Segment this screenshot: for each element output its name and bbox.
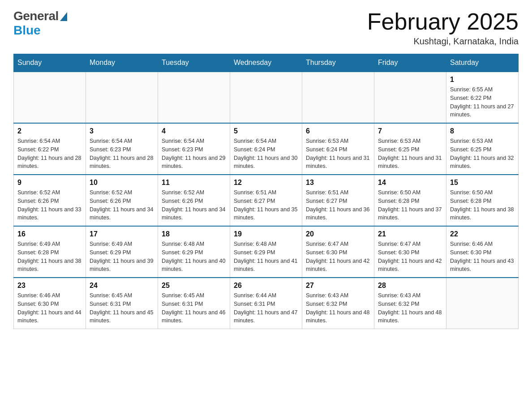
day-number: 10 <box>90 179 154 187</box>
day-info: Sunrise: 6:54 AMSunset: 6:24 PMDaylight:… <box>234 137 298 171</box>
day-info: Sunrise: 6:47 AMSunset: 6:30 PMDaylight:… <box>306 240 370 274</box>
day-number: 20 <box>306 230 370 238</box>
day-info: Sunrise: 6:46 AMSunset: 6:30 PMDaylight:… <box>450 240 515 274</box>
day-number: 22 <box>450 230 515 238</box>
calendar-cell: 1Sunrise: 6:55 AMSunset: 6:22 PMDaylight… <box>446 72 519 123</box>
day-info: Sunrise: 6:55 AMSunset: 6:22 PMDaylight:… <box>450 86 515 119</box>
day-number: 2 <box>17 127 82 135</box>
day-number: 18 <box>162 230 226 238</box>
day-number: 25 <box>162 282 226 290</box>
day-number: 27 <box>306 282 370 290</box>
day-number: 8 <box>450 127 515 135</box>
day-info: Sunrise: 6:52 AMSunset: 6:26 PMDaylight:… <box>17 188 82 222</box>
day-info: Sunrise: 6:50 AMSunset: 6:28 PMDaylight:… <box>450 188 515 222</box>
day-info: Sunrise: 6:53 AMSunset: 6:24 PMDaylight:… <box>306 137 370 171</box>
day-number: 28 <box>378 282 442 290</box>
calendar-cell: 20Sunrise: 6:47 AMSunset: 6:30 PMDayligh… <box>302 226 374 278</box>
day-info: Sunrise: 6:48 AMSunset: 6:29 PMDaylight:… <box>162 240 226 274</box>
calendar-subtitle: Kushtagi, Karnataka, India <box>367 36 519 47</box>
weekday-header-thursday: Thursday <box>302 54 374 72</box>
calendar-week-2: 2Sunrise: 6:54 AMSunset: 6:22 PMDaylight… <box>14 123 519 175</box>
day-number: 12 <box>234 179 298 187</box>
calendar-cell: 23Sunrise: 6:46 AMSunset: 6:30 PMDayligh… <box>14 278 86 329</box>
calendar-cell: 10Sunrise: 6:52 AMSunset: 6:26 PMDayligh… <box>86 175 158 226</box>
calendar-cell: 27Sunrise: 6:43 AMSunset: 6:32 PMDayligh… <box>302 278 374 329</box>
day-info: Sunrise: 6:52 AMSunset: 6:26 PMDaylight:… <box>162 188 226 222</box>
calendar-cell: 4Sunrise: 6:54 AMSunset: 6:23 PMDaylight… <box>158 123 230 175</box>
logo-arrow-icon <box>60 12 67 21</box>
calendar-cell: 14Sunrise: 6:50 AMSunset: 6:28 PMDayligh… <box>374 175 446 226</box>
calendar-week-1: 1Sunrise: 6:55 AMSunset: 6:22 PMDaylight… <box>14 72 519 123</box>
day-info: Sunrise: 6:48 AMSunset: 6:29 PMDaylight:… <box>234 240 298 274</box>
day-number: 16 <box>17 230 82 238</box>
day-info: Sunrise: 6:53 AMSunset: 6:25 PMDaylight:… <box>450 137 515 171</box>
day-info: Sunrise: 6:49 AMSunset: 6:29 PMDaylight:… <box>90 240 154 274</box>
weekday-header-wednesday: Wednesday <box>230 54 302 72</box>
weekday-header-friday: Friday <box>374 54 446 72</box>
calendar-cell: 11Sunrise: 6:52 AMSunset: 6:26 PMDayligh… <box>158 175 230 226</box>
weekday-header-sunday: Sunday <box>14 54 86 72</box>
day-info: Sunrise: 6:47 AMSunset: 6:30 PMDaylight:… <box>378 240 442 274</box>
logo: General Blue <box>13 9 67 38</box>
day-number: 7 <box>378 127 442 135</box>
calendar-cell: 7Sunrise: 6:53 AMSunset: 6:25 PMDaylight… <box>374 123 446 175</box>
day-info: Sunrise: 6:49 AMSunset: 6:28 PMDaylight:… <box>17 240 82 274</box>
calendar-cell <box>374 72 446 123</box>
day-info: Sunrise: 6:45 AMSunset: 6:31 PMDaylight:… <box>90 291 154 325</box>
calendar-cell: 9Sunrise: 6:52 AMSunset: 6:26 PMDaylight… <box>14 175 86 226</box>
calendar-cell: 6Sunrise: 6:53 AMSunset: 6:24 PMDaylight… <box>302 123 374 175</box>
weekday-header-tuesday: Tuesday <box>158 54 230 72</box>
day-number: 14 <box>378 179 442 187</box>
calendar-cell: 17Sunrise: 6:49 AMSunset: 6:29 PMDayligh… <box>86 226 158 278</box>
day-info: Sunrise: 6:50 AMSunset: 6:28 PMDaylight:… <box>378 188 442 222</box>
calendar-cell: 15Sunrise: 6:50 AMSunset: 6:28 PMDayligh… <box>446 175 519 226</box>
day-number: 11 <box>162 179 226 187</box>
day-info: Sunrise: 6:53 AMSunset: 6:25 PMDaylight:… <box>378 137 442 171</box>
day-number: 26 <box>234 282 298 290</box>
calendar-cell: 19Sunrise: 6:48 AMSunset: 6:29 PMDayligh… <box>230 226 302 278</box>
calendar-cell: 5Sunrise: 6:54 AMSunset: 6:24 PMDaylight… <box>230 123 302 175</box>
day-number: 1 <box>450 76 515 84</box>
weekday-header-saturday: Saturday <box>446 54 519 72</box>
day-info: Sunrise: 6:54 AMSunset: 6:22 PMDaylight:… <box>17 137 82 171</box>
day-number: 5 <box>234 127 298 135</box>
title-section: February 2025 Kushtagi, Karnataka, India <box>367 9 519 47</box>
day-number: 21 <box>378 230 442 238</box>
calendar-cell: 24Sunrise: 6:45 AMSunset: 6:31 PMDayligh… <box>86 278 158 329</box>
calendar-week-5: 23Sunrise: 6:46 AMSunset: 6:30 PMDayligh… <box>14 278 519 329</box>
calendar-cell <box>86 72 158 123</box>
day-info: Sunrise: 6:44 AMSunset: 6:31 PMDaylight:… <box>234 291 298 325</box>
day-info: Sunrise: 6:54 AMSunset: 6:23 PMDaylight:… <box>90 137 154 171</box>
logo-general-text: General <box>13 9 59 23</box>
day-number: 15 <box>450 179 515 187</box>
day-info: Sunrise: 6:43 AMSunset: 6:32 PMDaylight:… <box>378 291 442 325</box>
day-info: Sunrise: 6:43 AMSunset: 6:32 PMDaylight:… <box>306 291 370 325</box>
calendar-cell: 25Sunrise: 6:45 AMSunset: 6:31 PMDayligh… <box>158 278 230 329</box>
calendar-cell <box>446 278 519 329</box>
logo-blue-text: Blue <box>13 23 41 37</box>
calendar-cell: 21Sunrise: 6:47 AMSunset: 6:30 PMDayligh… <box>374 226 446 278</box>
calendar-cell: 3Sunrise: 6:54 AMSunset: 6:23 PMDaylight… <box>86 123 158 175</box>
day-number: 24 <box>90 282 154 290</box>
calendar-cell: 28Sunrise: 6:43 AMSunset: 6:32 PMDayligh… <box>374 278 446 329</box>
calendar-cell: 2Sunrise: 6:54 AMSunset: 6:22 PMDaylight… <box>14 123 86 175</box>
day-number: 17 <box>90 230 154 238</box>
calendar-header-row: SundayMondayTuesdayWednesdayThursdayFrid… <box>14 54 519 72</box>
calendar-cell: 16Sunrise: 6:49 AMSunset: 6:28 PMDayligh… <box>14 226 86 278</box>
calendar-cell <box>302 72 374 123</box>
page-header: General Blue February 2025 Kushtagi, Kar… <box>13 9 519 47</box>
day-info: Sunrise: 6:52 AMSunset: 6:26 PMDaylight:… <box>90 188 154 222</box>
day-number: 13 <box>306 179 370 187</box>
calendar-cell <box>14 72 86 123</box>
calendar-cell: 12Sunrise: 6:51 AMSunset: 6:27 PMDayligh… <box>230 175 302 226</box>
day-info: Sunrise: 6:45 AMSunset: 6:31 PMDaylight:… <box>162 291 226 325</box>
calendar-cell <box>158 72 230 123</box>
day-number: 6 <box>306 127 370 135</box>
calendar-cell: 22Sunrise: 6:46 AMSunset: 6:30 PMDayligh… <box>446 226 519 278</box>
day-number: 4 <box>162 127 226 135</box>
calendar-cell: 13Sunrise: 6:51 AMSunset: 6:27 PMDayligh… <box>302 175 374 226</box>
calendar-cell: 8Sunrise: 6:53 AMSunset: 6:25 PMDaylight… <box>446 123 519 175</box>
calendar-cell: 18Sunrise: 6:48 AMSunset: 6:29 PMDayligh… <box>158 226 230 278</box>
day-number: 23 <box>17 282 82 290</box>
day-info: Sunrise: 6:54 AMSunset: 6:23 PMDaylight:… <box>162 137 226 171</box>
